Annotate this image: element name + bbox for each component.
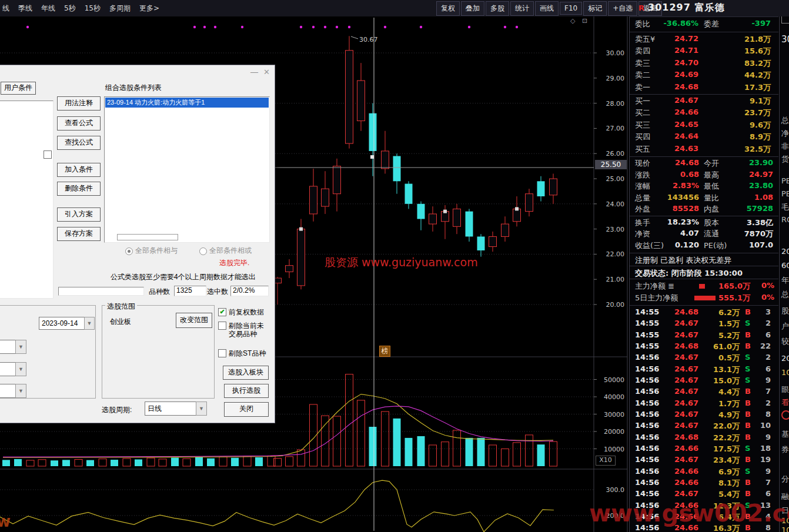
- trade-count: 9: [630, 433, 771, 441]
- signal-dot: [193, 26, 196, 28]
- period-select-arrow-icon[interactable]: ▼: [196, 401, 207, 416]
- volume-bar: [502, 449, 509, 467]
- checkbox-exclude-untraded[interactable]: [218, 322, 226, 330]
- candle-body: [429, 214, 437, 224]
- dialog-button-查找公式[interactable]: 查找公式: [57, 136, 101, 150]
- date-select-arrow-icon[interactable]: ▼: [84, 317, 95, 330]
- period-select[interactable]: 日线: [145, 401, 199, 416]
- date-select[interactable]: 2023-09-14: [39, 317, 87, 330]
- volume-axis-label: 50000: [604, 376, 624, 384]
- toolbar-button-多股[interactable]: 多股: [486, 1, 509, 16]
- candle-marker: [299, 227, 303, 231]
- menu-item-更多>[interactable]: 更多>: [139, 4, 159, 14]
- volume-bar: [453, 430, 461, 466]
- checkbox-qfq[interactable]: ✔: [218, 308, 226, 316]
- toolbar-button-画线[interactable]: 画线: [535, 1, 559, 16]
- close-icon[interactable]: ✕: [263, 68, 270, 76]
- formula-select-arrow-icon[interactable]: ▼: [15, 340, 26, 354]
- candle-body: [286, 266, 293, 272]
- toolbar-button-统计[interactable]: 统计: [510, 1, 534, 16]
- volume-bar: [231, 458, 239, 466]
- volume-bar: [135, 459, 142, 466]
- volume-bar: [171, 458, 179, 466]
- change-range-button[interactable]: 改变范围: [176, 313, 212, 328]
- checkbox-exclude-st[interactable]: [218, 349, 226, 357]
- toolbar-button-F10[interactable]: F10: [560, 2, 582, 15]
- pick-to-board-button[interactable]: 选股入板块: [223, 366, 269, 380]
- dialog-button-删除条件[interactable]: 删除条件: [57, 182, 101, 196]
- dialog-button-加入条件[interactable]: 加入条件: [57, 163, 101, 177]
- panel-divider: [629, 0, 630, 532]
- radio-all-and[interactable]: [125, 247, 133, 255]
- operator-select-arrow-icon[interactable]: ▼: [15, 362, 26, 376]
- combined-condition-listbox[interactable]: 23-09-14 动力火箭:动力火箭等于1: [104, 96, 270, 243]
- candle-body: [417, 204, 425, 219]
- toolbar-button-复权[interactable]: 复权: [436, 1, 460, 16]
- clipped-label: 户: [781, 321, 789, 332]
- clipped-label: 10: [781, 368, 789, 377]
- chart-corner-icons[interactable]: ◇ ⊡: [570, 17, 590, 25]
- listbox-hscrollbar[interactable]: [117, 234, 178, 240]
- menu-item-多周期[interactable]: 多周期: [109, 4, 131, 14]
- volume-bar: [417, 436, 425, 466]
- volume-bar: [255, 457, 263, 466]
- price-axis-label: 20.00: [606, 301, 625, 309]
- stock-picker-dialog[interactable]: — ✕ 用户条件 用法注释查看公式查找公式加入条件删除条件引入方案保存方案 组合…: [0, 65, 275, 423]
- condition-checkbox[interactable]: [44, 150, 52, 159]
- clipped-label: PE: [781, 189, 789, 198]
- dialog-button-查看公式[interactable]: 查看公式: [57, 116, 101, 131]
- info-value: 24.97: [630, 170, 773, 179]
- menu-item-线[interactable]: 线: [2, 4, 9, 14]
- execute-pick-button[interactable]: 执行选股: [224, 384, 269, 398]
- panel-divider-line: [630, 94, 778, 95]
- trade-count: 2: [630, 353, 771, 362]
- clipped-label: 货: [781, 154, 789, 165]
- volume-bar: [405, 438, 413, 466]
- dialog-button-用法注释[interactable]: 用法注释: [57, 96, 101, 111]
- volume-bar: [537, 444, 545, 466]
- panel-divider-line: [630, 32, 778, 32]
- close-button[interactable]: 关闭: [224, 402, 269, 417]
- signal-dot: [300, 26, 302, 28]
- checkbox-exclude-st-label: 剔除ST品种: [229, 349, 266, 359]
- dialog-button-保存方案[interactable]: 保存方案: [57, 227, 101, 241]
- candle-body: [346, 51, 353, 143]
- minimize-icon[interactable]: —: [250, 68, 258, 76]
- volume-bar: [489, 445, 497, 466]
- volume-bar: [243, 456, 251, 466]
- volume-bar: [38, 460, 46, 466]
- menu-item-季线[interactable]: 季线: [18, 4, 32, 14]
- volume-bar: [2, 460, 10, 466]
- rank-badge[interactable]: 榜: [379, 346, 390, 357]
- trade-row: 14:5624.6617.5万S18: [630, 444, 778, 455]
- candle-body: [477, 236, 485, 250]
- operand-select-arrow-icon[interactable]: ▼: [15, 384, 26, 398]
- menu-item-15秒[interactable]: 15秒: [85, 4, 101, 14]
- menu-item-5秒[interactable]: 5秒: [64, 4, 76, 14]
- signal-dot: [348, 26, 350, 28]
- price-axis-label: 21.00: [606, 276, 625, 283]
- ask-volume: 17.3万: [630, 82, 771, 93]
- volume-bar: [14, 459, 22, 466]
- radio-all-or[interactable]: [199, 247, 207, 255]
- signal-dot: [420, 26, 422, 28]
- toolbar-button-标记[interactable]: 标记: [583, 1, 607, 16]
- bid-volume: 8.9万: [630, 132, 771, 142]
- info-value: 7870万: [630, 229, 773, 239]
- menu-item-年线[interactable]: 年线: [41, 4, 55, 14]
- toolbar-button-叠加[interactable]: 叠加: [461, 1, 484, 16]
- range-value: 创业板: [110, 317, 131, 327]
- trade-count: 2: [630, 319, 771, 327]
- volume-bar: [286, 457, 293, 466]
- signal-dot: [312, 26, 315, 28]
- candle-body: [502, 224, 509, 236]
- user-condition-list[interactable]: [0, 101, 54, 299]
- selected-condition-item[interactable]: 23-09-14 动力火箭:动力火箭等于1: [105, 98, 269, 108]
- trade-count: 18: [630, 444, 771, 453]
- dialog-button-引入方案[interactable]: 引入方案: [57, 208, 101, 222]
- toolbar-button-+自选[interactable]: +自选: [608, 1, 637, 16]
- candle-body: [526, 194, 533, 212]
- ask-volume: 83.2万: [630, 58, 771, 69]
- session-status-line: 交易状态: 闭市阶段 15:30:00: [635, 268, 743, 279]
- tab-user-conditions[interactable]: 用户条件: [1, 82, 36, 95]
